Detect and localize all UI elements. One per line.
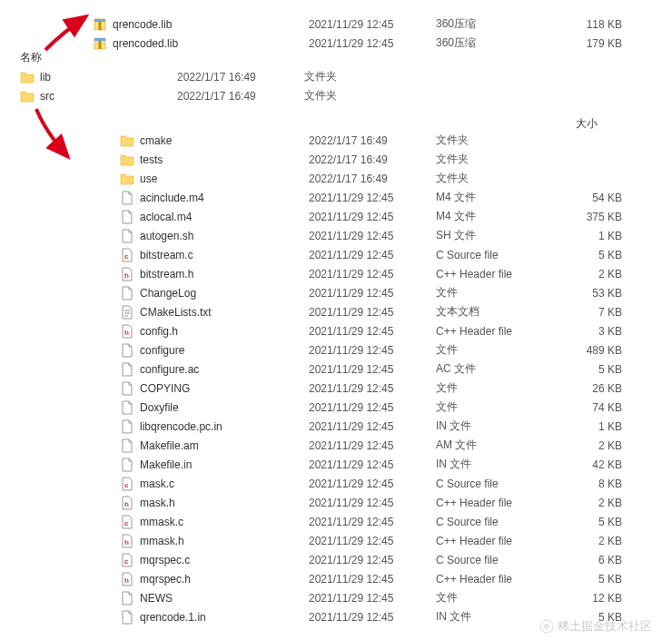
archive-icon (91, 36, 109, 51)
file-type: 文件 (436, 285, 554, 300)
file-icon (118, 438, 136, 453)
folder-icon (118, 172, 136, 186)
file-type: C Source file (436, 554, 554, 566)
file-row[interactable]: c mqrspec.c2021/11/29 12:45C Source file… (0, 550, 672, 569)
folder-icon (18, 70, 36, 84)
file-name: Makefile.in (136, 458, 309, 471)
file-name: cmake (136, 134, 309, 147)
file-row[interactable]: NEWS2021/11/29 12:45文件12 KB (0, 588, 672, 607)
file-date: 2022/1/17 16:49 (309, 172, 436, 185)
file-size: 2 KB (554, 268, 622, 281)
file-row[interactable]: h bitstream.h2021/11/29 12:45C++ Header … (0, 264, 672, 283)
file-row[interactable]: h mmask.h2021/11/29 12:45C++ Header file… (0, 531, 672, 550)
file-type: AC 文件 (436, 361, 554, 377)
file-row[interactable]: c mask.c2021/11/29 12:45C Source file8 K… (0, 474, 672, 493)
file-name: src (36, 90, 177, 103)
file-date: 2021/11/29 12:45 (309, 268, 436, 281)
file-icon (118, 343, 136, 358)
file-type: AM 文件 (436, 438, 554, 453)
file-name: qrencode.1.in (136, 611, 309, 624)
svg-text:h: h (124, 538, 129, 546)
file-type: C Source file (436, 249, 554, 261)
svg-rect-2 (99, 22, 102, 30)
file-size: 42 KB (554, 458, 622, 471)
file-date: 2022/1/17 16:49 (309, 153, 436, 166)
svg-rect-1 (94, 19, 105, 22)
hfile-icon: h (118, 534, 136, 548)
column-header-name: 名称 (20, 50, 42, 65)
file-type: 文本文档 (436, 304, 554, 320)
file-date: 2021/11/29 12:45 (309, 535, 436, 547)
file-name: mmask.h (136, 535, 309, 547)
file-row[interactable]: Doxyfile2021/11/29 12:45文件74 KB (0, 398, 672, 417)
file-name: ChangeLog (136, 287, 309, 300)
file-row[interactable]: tests2022/1/17 16:49文件夹 (0, 150, 672, 169)
file-icon (118, 191, 136, 205)
file-date: 2021/11/29 12:45 (309, 516, 436, 528)
file-name: COPYING (136, 382, 309, 395)
watermark: 稀土掘金技术社区 (539, 618, 652, 635)
file-row[interactable]: qrencoded.lib2021/11/29 12:45360压缩179 KB (0, 34, 672, 53)
file-row[interactable]: Makefile.am2021/11/29 12:45AM 文件2 KB (0, 436, 672, 455)
file-type: 360压缩 (436, 16, 554, 32)
file-size: 1 KB (554, 230, 622, 242)
file-row[interactable]: CMakeLists.txt2021/11/29 12:45文本文档7 KB (0, 302, 672, 321)
file-size: 2 KB (554, 497, 622, 509)
file-row[interactable]: src2022/1/17 16:49文件夹 (0, 86, 672, 105)
file-name: lib (36, 71, 177, 84)
file-icon (118, 458, 136, 472)
file-name: mqrspec.c (136, 554, 309, 566)
file-row[interactable]: h config.h2021/11/29 12:45C++ Header fil… (0, 321, 672, 340)
file-type: 文件夹 (304, 88, 422, 103)
file-size: 5 KB (554, 363, 622, 376)
file-date: 2021/11/29 12:45 (309, 306, 436, 319)
file-row[interactable]: use2022/1/17 16:49文件夹 (0, 169, 672, 188)
file-type: 文件 (436, 399, 554, 415)
file-date: 2021/11/29 12:45 (309, 420, 436, 433)
svg-text:h: h (124, 576, 129, 585)
file-date: 2021/11/29 12:45 (309, 37, 436, 50)
file-row[interactable]: COPYING2021/11/29 12:45文件26 KB (0, 379, 672, 398)
file-row[interactable]: configure.ac2021/11/29 12:45AC 文件5 KB (0, 359, 672, 379)
file-size: 375 KB (554, 211, 622, 223)
column-header-size: 大小 (576, 116, 598, 132)
file-row[interactable]: acinclude.m42021/11/29 12:45M4 文件54 KB (0, 188, 672, 207)
file-icon (118, 286, 136, 300)
file-icon (118, 210, 136, 224)
file-type: 文件夹 (436, 133, 554, 148)
file-size: 489 KB (554, 344, 622, 357)
svg-rect-5 (99, 41, 102, 49)
svg-text:c: c (124, 481, 129, 489)
file-date: 2022/1/17 16:49 (177, 71, 304, 84)
file-icon (118, 229, 136, 243)
file-size: 118 KB (554, 18, 622, 31)
file-date: 2021/11/29 12:45 (309, 439, 436, 452)
txt-icon (118, 305, 136, 320)
file-date: 2021/11/29 12:45 (309, 554, 436, 566)
file-row[interactable]: cmake2022/1/17 16:49文件夹 (0, 131, 672, 150)
svg-rect-4 (94, 38, 105, 41)
svg-text:h: h (124, 271, 129, 280)
file-row[interactable]: c mmask.c2021/11/29 12:45C Source file5 … (0, 512, 672, 531)
file-type: M4 文件 (436, 190, 554, 205)
file-type: IN 文件 (436, 609, 554, 625)
hfile-icon: h (118, 496, 136, 510)
file-row[interactable]: autogen.sh2021/11/29 12:45SH 文件1 KB (0, 226, 672, 245)
file-row[interactable]: qrencode.lib2021/11/29 12:45360压缩118 KB (0, 15, 672, 34)
file-size: 179 KB (554, 37, 622, 50)
file-type: C++ Header file (436, 268, 554, 281)
file-row[interactable]: h mask.h2021/11/29 12:45C++ Header file2… (0, 493, 672, 512)
file-row[interactable]: configure2021/11/29 12:45文件489 KB (0, 340, 672, 359)
file-row[interactable]: libqrencode.pc.in2021/11/29 12:45IN 文件1 … (0, 417, 672, 436)
file-row[interactable]: ChangeLog2021/11/29 12:45文件53 KB (0, 283, 672, 302)
file-type: M4 文件 (436, 209, 554, 224)
file-row[interactable]: aclocal.m42021/11/29 12:45M4 文件375 KB (0, 207, 672, 226)
file-type: 文件夹 (304, 69, 422, 84)
file-name: autogen.sh (136, 230, 309, 242)
file-row[interactable]: Makefile.in2021/11/29 12:45IN 文件42 KB (0, 455, 672, 474)
file-row[interactable]: lib2022/1/17 16:49文件夹 (0, 67, 672, 86)
file-row[interactable]: h mqrspec.h2021/11/29 12:45C++ Header fi… (0, 569, 672, 588)
file-type: 文件夹 (436, 171, 554, 186)
file-row[interactable]: c bitstream.c2021/11/29 12:45C Source fi… (0, 245, 672, 264)
file-date: 2021/11/29 12:45 (309, 573, 436, 586)
